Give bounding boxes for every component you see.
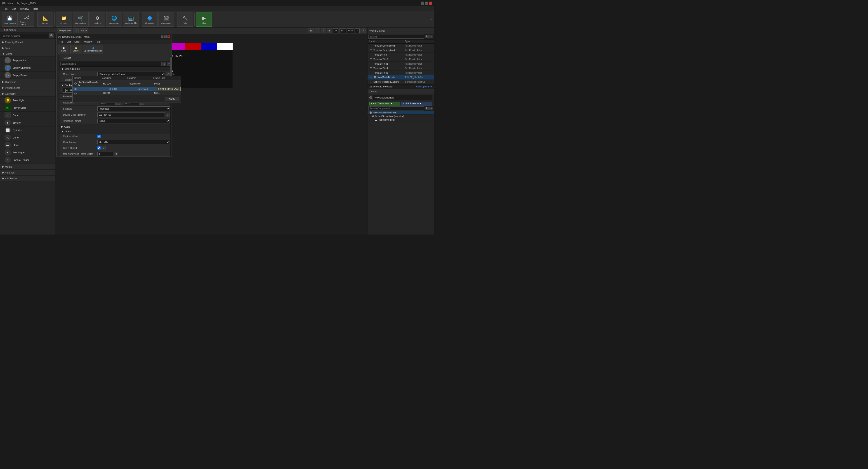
sidebar-item-media[interactable]: ▶ Media bbox=[0, 164, 55, 170]
build-button[interactable]: 🔨 Build bbox=[177, 12, 193, 27]
max-frame-buffer-input[interactable] bbox=[97, 152, 113, 156]
outliner-item-7[interactable]: T TemplateTitle5 TextRenderActor bbox=[368, 71, 434, 75]
sidebar-item-basic[interactable]: ▶ Basic bbox=[0, 45, 55, 51]
actor-item-empty-character[interactable]: 👤 Empty Character ℹ bbox=[0, 64, 55, 72]
timecode-format-select[interactable]: None bbox=[97, 119, 170, 123]
marketplace-button[interactable]: 🛒 Marketplace bbox=[73, 12, 89, 27]
sidebar-item-all-classes[interactable]: ▶ All Classes bbox=[0, 175, 55, 181]
sidebar-item-volumes[interactable]: ▶ Volumes bbox=[0, 170, 55, 175]
content-button[interactable]: 📁 Content bbox=[56, 12, 72, 27]
minimize-button[interactable]: ─ bbox=[421, 2, 424, 5]
actor-item-cylinder[interactable]: ⬜ Cylinder ℹ bbox=[0, 127, 55, 134]
max-frame-buffer-reset[interactable]: ↺ bbox=[114, 152, 118, 156]
media-profile-button[interactable]: 📺 Media Profile bbox=[123, 12, 139, 27]
expand-toolbar-button[interactable]: » bbox=[430, 17, 432, 22]
dialog-menu-help[interactable]: Help bbox=[94, 40, 102, 43]
megascans-button[interactable]: 🌐 Megascans bbox=[106, 12, 122, 27]
sidebar-item-geometry[interactable]: ▶ Geometry bbox=[0, 91, 55, 97]
scale-btn[interactable]: ⊞ bbox=[327, 29, 332, 33]
outliner-item-2[interactable]: T TemplateDescription4 TextRenderActor bbox=[368, 48, 434, 53]
close-button[interactable]: ✕ bbox=[429, 2, 432, 5]
play-button[interactable]: ▶ Play bbox=[196, 12, 212, 27]
actor-item-empty-actor[interactable]: ○ Empty Actor ℹ bbox=[0, 57, 55, 64]
source-control-button[interactable]: ⎇ Source Control bbox=[19, 12, 34, 27]
srgb-checkbox[interactable] bbox=[97, 146, 101, 149]
dialog-menu-window[interactable]: Window bbox=[82, 40, 94, 43]
outliner-item-1[interactable]: T TemplateDescription3 TextRenderActor bbox=[368, 44, 434, 48]
outliner-item-new-media-bundle[interactable]: 👁 📦 NewMediaBundle Edit BP_MediaBu bbox=[368, 75, 434, 80]
components-eye-btn[interactable]: 👁 bbox=[430, 107, 433, 110]
media-bundle-section-header[interactable]: ▼ Media Bundle bbox=[59, 67, 172, 71]
dialog-minimize-btn[interactable]: ─ bbox=[161, 35, 163, 38]
component-self[interactable]: 📦 NewMediaBundle(self) bbox=[368, 111, 434, 114]
dialog-menu-asset[interactable]: Asset bbox=[73, 40, 82, 43]
translate-btn[interactable]: ↔ bbox=[315, 29, 320, 33]
tab-details[interactable]: Details bbox=[61, 56, 73, 60]
blueprints-button[interactable]: 🔷 Blueprints bbox=[142, 12, 158, 27]
outliner-item-sphere-reflection[interactable]: ○ SphereReflectionCapture SphereReflecti… bbox=[368, 80, 434, 84]
search-components-btn[interactable]: 🔍 bbox=[425, 107, 429, 110]
component-plane[interactable]: ▬ Plane (Inherited) bbox=[368, 118, 434, 122]
outliner-item-4[interactable]: T TemplateTitle2 TextRenderActor bbox=[368, 57, 434, 62]
edit-blueprint-button[interactable]: ✎ Edit Blueprint ▼ bbox=[401, 102, 432, 105]
maximize-button[interactable]: □ bbox=[425, 2, 428, 5]
menu-edit[interactable]: Edit bbox=[10, 7, 18, 11]
outliner-search-btn[interactable]: 🔍 bbox=[425, 35, 429, 38]
sidebar-item-recently-placed[interactable]: ▶ Recently Placed bbox=[0, 39, 55, 45]
device-row-2[interactable]: HD 1080 Interlaced 59.94 fps 59.94 fps (… bbox=[72, 87, 181, 91]
actor-item-box-trigger[interactable]: ▪ Box Trigger ℹ bbox=[0, 149, 55, 156]
dialog-open-material-btn[interactable]: 🔷 Open Material Editor bbox=[83, 45, 103, 54]
sidebar-item-lights[interactable]: ▼ Lights bbox=[0, 51, 55, 57]
outliner-options-btn[interactable]: ⚙ bbox=[430, 35, 433, 38]
actor-item-empty-pawn[interactable]: ▷ Empty Pawn ℹ bbox=[0, 72, 55, 79]
radio-2kdci[interactable] bbox=[74, 92, 76, 94]
outliner-item-3[interactable]: T TemplateTitle TextRenderActor bbox=[368, 53, 434, 57]
dialog-menu-file[interactable]: File bbox=[58, 40, 65, 43]
add-component-button[interactable]: + Add Component ▼ bbox=[369, 102, 400, 105]
actor-item-point-light[interactable]: 💡 Point Light ℹ bbox=[0, 97, 55, 104]
camera-icon-btn[interactable]: 📷 bbox=[308, 29, 314, 33]
radio-hd720[interactable] bbox=[74, 82, 76, 85]
dialog-menu-edit[interactable]: Edit bbox=[65, 40, 72, 43]
actor-item-cone[interactable]: △ Cone ℹ bbox=[0, 134, 55, 141]
dialog-close-btn[interactable]: ✕ bbox=[167, 35, 170, 38]
menu-file[interactable]: File bbox=[2, 7, 9, 11]
outliner-search-input[interactable] bbox=[368, 35, 424, 39]
device-row-3[interactable]: 2K DCI 60 fps bbox=[72, 91, 181, 95]
show-button[interactable]: Show bbox=[80, 29, 88, 33]
outliner-item-5[interactable]: T TemplateTitle3 TextRenderActor bbox=[368, 62, 434, 66]
search-details-input[interactable] bbox=[60, 62, 162, 66]
search-button[interactable]: 🔍 bbox=[49, 33, 54, 38]
dialog-scrollbar[interactable] bbox=[170, 56, 172, 157]
settings-button[interactable]: ⚙ Settings bbox=[90, 12, 105, 27]
srgb-refresh[interactable]: ↺ bbox=[101, 146, 105, 150]
maximize-viewport-btn[interactable]: ⤢ bbox=[361, 29, 366, 33]
actor-item-player-start[interactable]: ▷ Player Start ℹ bbox=[0, 104, 55, 111]
device-mode-reset[interactable]: ↺ bbox=[166, 113, 170, 117]
view-options-btn[interactable]: View Options ▼ bbox=[416, 86, 432, 88]
modes-button[interactable]: 📐 Modes bbox=[37, 12, 53, 27]
video-section-header[interactable]: ▼ Video bbox=[59, 129, 172, 134]
dialog-save-btn[interactable]: 💾 Save bbox=[58, 45, 69, 54]
lit-button[interactable]: Lit bbox=[73, 29, 79, 33]
sidebar-item-cinematic[interactable]: ▶ Cinematic bbox=[0, 79, 55, 85]
details-grid-btn[interactable]: ⊞ bbox=[162, 62, 166, 66]
radio-hd1080[interactable] bbox=[74, 88, 76, 90]
outliner-item-6[interactable]: T TemplateTitle4 TextRenderActor bbox=[368, 66, 434, 71]
device-row-1[interactable]: UltraStudio Recorder 3G HD 720 Progressi… bbox=[72, 80, 181, 87]
sidebar-item-visual-effects[interactable]: ▶ Visual Effects bbox=[0, 85, 55, 91]
color-format-select[interactable]: 8bit YUV bbox=[97, 140, 170, 144]
actor-item-sphere[interactable]: ● Sphere ℹ bbox=[0, 119, 55, 127]
dialog-restore-btn[interactable]: □ bbox=[164, 35, 167, 38]
apply-button[interactable]: Apply bbox=[165, 97, 179, 101]
perspective-button[interactable]: Perspective bbox=[57, 29, 72, 33]
actor-item-cube[interactable]: ▫ Cube ℹ bbox=[0, 111, 55, 119]
standard-select[interactable]: Interlaced bbox=[97, 106, 170, 111]
menu-window[interactable]: Window bbox=[18, 7, 31, 11]
cinematics-button[interactable]: 🎬 Cinematics bbox=[158, 12, 174, 27]
component-name-field[interactable] bbox=[373, 95, 432, 100]
device-mode-input[interactable] bbox=[97, 112, 165, 117]
dialog-browse-btn[interactable]: 📂 Browse bbox=[70, 45, 82, 54]
actor-item-plane[interactable]: ▬ Plane ℹ bbox=[0, 141, 55, 149]
rotate-btn[interactable]: ↻ bbox=[321, 29, 326, 33]
